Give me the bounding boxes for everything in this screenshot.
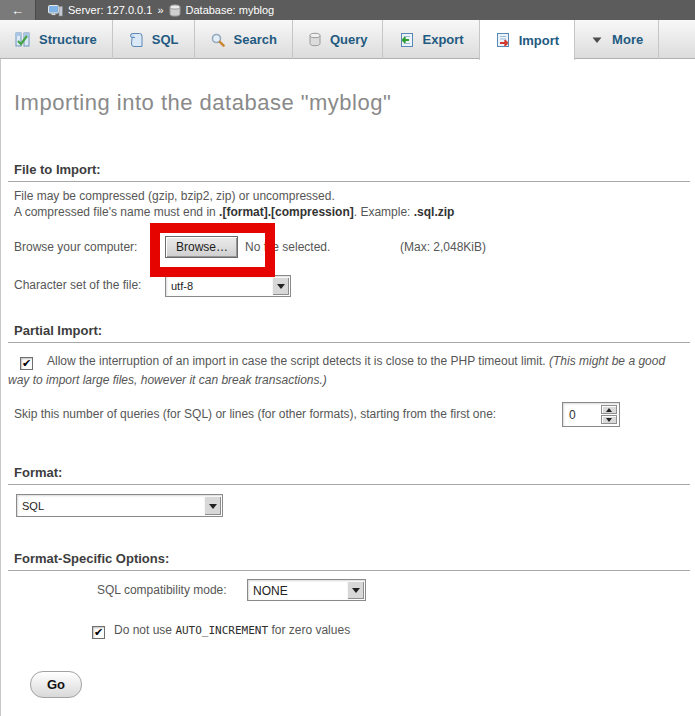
breadcrumb-separator: » [157, 4, 163, 16]
dropdown-arrow-icon [209, 504, 217, 513]
tab-label: Query [330, 32, 368, 47]
format-select-button[interactable] [204, 496, 221, 515]
charset-select-button[interactable] [272, 277, 289, 295]
tab-import[interactable]: Import [479, 20, 575, 60]
allow-interruption-row: ✔Allow the interruption of an import in … [8, 352, 666, 390]
sql-compat-row: SQL compatibility mode: NONE [8, 578, 688, 602]
skip-queries-row: Skip this number of queries (for SQL) or… [8, 400, 688, 430]
tab-search[interactable]: Search [195, 20, 293, 59]
page-left-border [0, 59, 1, 716]
dropdown-arrow-icon [352, 588, 360, 597]
allow-interruption-label: Allow the interruption of an import in c… [47, 354, 549, 368]
breadcrumb: Server: 127.0.0.1 » Database: myblog [48, 4, 274, 17]
tab-label: Search [234, 32, 277, 47]
tab-sql[interactable]: SQL [113, 20, 195, 59]
format-select[interactable]: SQL [16, 494, 223, 517]
spinner-buttons [601, 405, 617, 424]
tab-label: SQL [152, 32, 179, 47]
sql-compat-label: SQL compatibility mode: [97, 583, 227, 597]
line2-prefix: A compressed file's name must end in [14, 205, 219, 219]
go-button[interactable]: Go [30, 671, 82, 698]
compression-info-line1: File may be compressed (gzip, bzip2, zip… [14, 189, 335, 203]
auto-increment-label-prefix: Do not use [114, 623, 175, 637]
spinner-up-button[interactable] [601, 405, 617, 414]
charset-label: Character set of the file: [14, 278, 141, 292]
sql-compat-select[interactable]: NONE [247, 579, 366, 601]
auto-increment-label-suffix: for zero values [268, 623, 350, 637]
search-icon [210, 32, 226, 48]
back-arrow-icon: ← [11, 3, 24, 18]
spinner-down-icon [606, 418, 612, 425]
spinner-up-icon [606, 405, 612, 412]
tab-more[interactable]: More [575, 20, 659, 59]
charset-row: Character set of the file: utf-8 [8, 273, 688, 299]
line2-format-pattern: .[format].[compression] [219, 205, 354, 219]
dropdown-arrow-icon [277, 284, 285, 293]
line2-mid: . Example: [354, 205, 414, 219]
sql-icon [128, 32, 144, 48]
skip-queries-input[interactable]: 0 [562, 402, 620, 427]
database-icon [169, 4, 181, 17]
line2-example: .sql.zip [414, 205, 455, 219]
compression-info-line2: A compressed file's name must end in .[f… [14, 205, 454, 219]
charset-select[interactable]: utf-8 [165, 275, 291, 297]
browse-button[interactable]: Browse… [165, 236, 238, 258]
server-icon [48, 4, 63, 17]
page-title: Importing into the database "myblog" [14, 90, 391, 116]
skip-queries-label: Skip this number of queries (for SQL) or… [14, 407, 496, 421]
tab-label: Export [422, 32, 463, 47]
section-heading-format-options: Format-Specific Options: [8, 551, 690, 571]
breadcrumb-bar: ← Server: 127.0.0.1 » Database: myblog [0, 0, 695, 20]
browse-label: Browse your computer: [14, 240, 137, 254]
tab-query[interactable]: Query [293, 20, 384, 59]
section-heading-file-to-import: File to Import: [8, 162, 690, 182]
no-file-selected-text: No file selected. [245, 240, 330, 254]
chevron-down-icon [590, 33, 604, 47]
phpmyadmin-import-page: ← Server: 127.0.0.1 » Database: myblog S… [0, 0, 695, 716]
section-heading-format: Format: [8, 465, 690, 485]
auto-increment-row: ✔Do not use AUTO_INCREMENT for zero valu… [8, 623, 350, 639]
sql-compat-select-button[interactable] [347, 581, 364, 599]
tab-label: More [612, 32, 643, 47]
breadcrumb-server[interactable]: Server: 127.0.0.1 [68, 4, 152, 16]
tab-bar: Structure SQL Search Query Export [0, 20, 695, 59]
tab-label: Import [519, 33, 559, 48]
tab-structure[interactable]: Structure [0, 20, 113, 59]
format-selected-value: SQL [17, 495, 222, 512]
max-size-text: (Max: 2,048KiB) [400, 240, 486, 254]
back-button[interactable]: ← [0, 0, 36, 20]
browse-row: Browse your computer: Browse… No file se… [8, 234, 688, 260]
structure-icon [15, 32, 31, 48]
auto-increment-code: AUTO_INCREMENT [175, 624, 268, 637]
breadcrumb-database[interactable]: Database: myblog [186, 4, 275, 16]
auto-increment-checkbox[interactable]: ✔ [92, 626, 105, 639]
tab-export[interactable]: Export [383, 20, 479, 59]
spinner-down-button[interactable] [601, 415, 617, 424]
allow-interruption-checkbox[interactable]: ✔ [20, 357, 33, 370]
query-icon [308, 32, 322, 47]
tab-label: Structure [39, 32, 97, 47]
export-icon [398, 32, 414, 48]
import-icon [495, 32, 511, 48]
section-heading-partial-import: Partial Import: [8, 323, 690, 343]
